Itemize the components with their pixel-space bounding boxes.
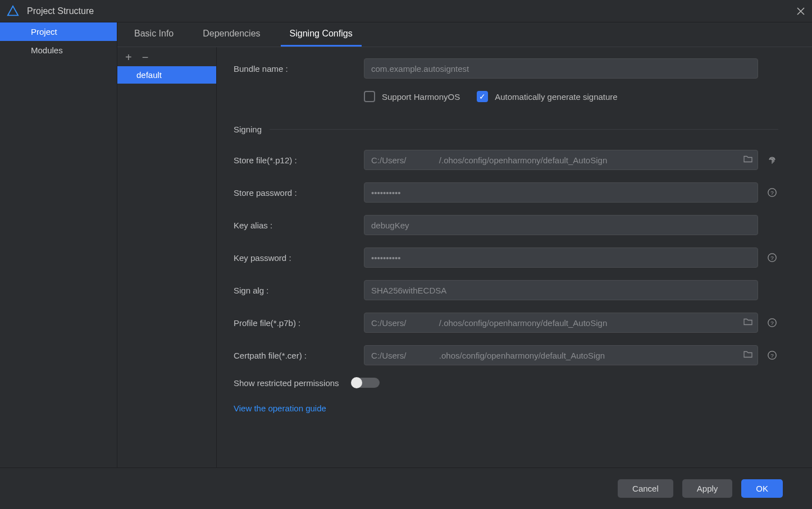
tab-label: Basic Info (134, 29, 174, 38)
show-restricted-toggle[interactable] (352, 378, 380, 388)
app-icon (7, 5, 19, 17)
sign-alg-input[interactable] (364, 280, 758, 300)
store-file-label: Store file(*.p12) : (234, 155, 364, 165)
auto-generate-signature-checkbox[interactable]: ✓ Automatically generate signature (477, 91, 617, 102)
cancel-button[interactable]: Cancel (618, 479, 673, 498)
sign-alg-label: Sign alg : (234, 286, 364, 295)
check-icon: ✓ (479, 92, 486, 101)
remove-config-icon[interactable]: − (142, 52, 149, 63)
help-icon[interactable]: ? (766, 187, 778, 198)
apply-button[interactable]: Apply (682, 479, 733, 498)
store-password-input[interactable] (364, 182, 758, 203)
signing-section-header: Signing (234, 125, 778, 134)
bundle-name-label: Bundle name : (234, 64, 364, 74)
checkbox-box: ✓ (477, 91, 488, 102)
sidebar-item-label: Project (31, 27, 57, 36)
sidebar-item-modules[interactable]: Modules (0, 41, 117, 59)
form-area: Bundle name : Support HarmonyOS (217, 47, 812, 467)
store-file-input[interactable] (364, 150, 758, 170)
config-item-default[interactable]: default (117, 66, 216, 84)
toggle-thumb (351, 377, 362, 388)
svg-text:?: ? (770, 190, 774, 196)
tabs: Basic Info Dependencies Signing Configs (117, 22, 812, 47)
sidebar: Project Modules (0, 22, 117, 467)
key-alias-label: Key alias : (234, 221, 364, 230)
store-password-label: Store password : (234, 188, 364, 198)
ok-button[interactable]: OK (741, 479, 783, 498)
tab-label: Dependencies (203, 29, 260, 38)
config-toolbar: + − (117, 47, 216, 66)
sidebar-item-project[interactable]: Project (0, 22, 117, 41)
close-icon[interactable] (795, 6, 806, 17)
certpath-file-label: Certpath file(*.cer) : (234, 351, 364, 360)
key-password-label: Key password : (234, 253, 364, 263)
bundle-name-input[interactable] (364, 58, 758, 79)
add-config-icon[interactable]: + (125, 52, 132, 63)
checkbox-box (364, 91, 375, 102)
svg-text:?: ? (770, 255, 774, 261)
help-icon[interactable]: ? (766, 318, 778, 328)
svg-marker-0 (8, 6, 18, 15)
certpath-file-input[interactable] (364, 345, 758, 365)
folder-icon[interactable] (743, 350, 752, 361)
checkbox-label: Automatically generate signature (495, 92, 617, 102)
sidebar-item-label: Modules (31, 45, 63, 55)
tab-label: Signing Configs (290, 29, 353, 38)
folder-icon[interactable] (743, 155, 752, 166)
key-alias-input[interactable] (364, 215, 758, 235)
config-item-label: default (136, 70, 162, 80)
titlebar: Project Structure (0, 0, 812, 22)
fingerprint-icon[interactable] (766, 154, 778, 166)
checkbox-label: Support HarmonyOS (382, 92, 460, 102)
profile-file-label: Profile file(*.p7b) : (234, 318, 364, 328)
folder-icon[interactable] (743, 318, 752, 328)
svg-text:?: ? (770, 352, 774, 359)
show-restricted-label: Show restricted permissions (234, 378, 339, 388)
help-icon[interactable]: ? (766, 253, 778, 263)
operation-guide-link[interactable]: View the operation guide (234, 403, 778, 413)
footer: Cancel Apply OK (0, 467, 812, 509)
config-list: + − default (117, 47, 217, 467)
tab-dependencies[interactable]: Dependencies (194, 23, 269, 47)
svg-text:?: ? (770, 320, 774, 326)
key-password-input[interactable] (364, 247, 758, 268)
support-harmonyos-checkbox[interactable]: Support HarmonyOS (364, 91, 460, 102)
help-icon[interactable]: ? (766, 350, 778, 360)
profile-file-input[interactable] (364, 313, 758, 333)
tab-signing-configs[interactable]: Signing Configs (281, 23, 362, 47)
tab-basic-info[interactable]: Basic Info (125, 23, 183, 47)
window-title: Project Structure (27, 6, 795, 16)
